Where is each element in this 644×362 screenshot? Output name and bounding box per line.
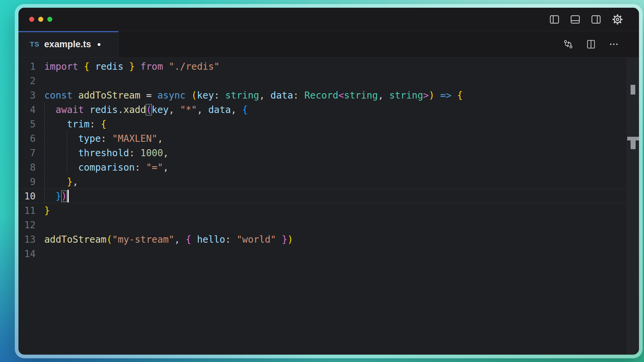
editor-window: TS example.ts ●	[18, 8, 639, 355]
code-line-8[interactable]: 8 comparison: "=",	[18, 160, 639, 174]
code-line-11[interactable]: 11}	[18, 203, 639, 218]
line-code: await redis.xadd(key, "*", data, {	[44, 103, 639, 116]
code-line-9[interactable]: 9 },	[18, 174, 639, 189]
indent-guide	[44, 131, 45, 145]
layout-sidebar-right-icon[interactable]	[591, 14, 601, 25]
line-number: 13	[18, 232, 36, 246]
line-code	[44, 218, 639, 232]
code-lines: 1import { redis } from "./redis"23const …	[18, 59, 639, 261]
indent-guide	[67, 146, 67, 160]
settings-gear-icon[interactable]	[611, 13, 624, 25]
split-editor-icon[interactable]	[586, 39, 596, 49]
code-line-12[interactable]: 12	[18, 218, 639, 232]
line-number: 12	[18, 218, 36, 232]
titlebar[interactable]	[18, 8, 639, 31]
line-number: 3	[18, 88, 36, 102]
line-number: 7	[18, 146, 36, 160]
code-line-13[interactable]: 13addToStream("my-stream", { hello: "wor…	[18, 232, 639, 246]
indent-guide	[44, 189, 45, 203]
titlebar-actions	[549, 8, 624, 31]
tab-example-ts[interactable]: TS example.ts ●	[18, 31, 119, 57]
indent-guide	[44, 160, 45, 174]
line-code: }	[44, 203, 639, 217]
code-line-2[interactable]: 2	[18, 73, 639, 88]
line-number: 2	[18, 74, 36, 87]
more-actions-icon[interactable]	[609, 39, 619, 49]
code-editor[interactable]: 1import { redis } from "./redis"23const …	[18, 58, 639, 354]
line-code	[44, 247, 639, 260]
tab-filename: example.ts	[44, 39, 91, 50]
code-line-7[interactable]: 7 threshold: 1000,	[18, 145, 639, 160]
line-code: import { redis } from "./redis"	[44, 59, 639, 73]
line-number: 8	[18, 160, 36, 174]
modified-indicator-dot[interactable]: ●	[97, 41, 101, 48]
tab-bar: TS example.ts ●	[18, 31, 639, 58]
text-cursor	[67, 190, 69, 202]
code-line-3[interactable]: 3const addToStream = async (key: string,…	[18, 88, 639, 102]
indent-guide	[44, 117, 45, 131]
minimap-scrollbar[interactable]	[627, 58, 639, 354]
minimap-mark	[631, 137, 636, 149]
line-number: 9	[18, 175, 36, 188]
indent-guide	[44, 175, 45, 188]
line-number: 10	[18, 189, 36, 203]
code-line-6[interactable]: 6 type: "MAXLEN",	[18, 131, 639, 145]
line-number: 4	[18, 103, 36, 116]
minimize-button[interactable]	[38, 17, 43, 22]
open-changes-icon[interactable]	[563, 39, 573, 49]
line-code: type: "MAXLEN",	[44, 131, 639, 145]
line-code: })	[44, 189, 639, 203]
indent-guide	[67, 160, 67, 174]
window-bezel: TS example.ts ●	[15, 4, 643, 358]
zoom-button[interactable]	[47, 17, 52, 22]
code-line-1[interactable]: 1import { redis } from "./redis"	[18, 59, 639, 73]
code-line-14[interactable]: 14	[18, 246, 639, 261]
traffic-lights	[29, 17, 52, 22]
line-number: 5	[18, 117, 36, 131]
line-number: 14	[18, 247, 36, 260]
code-line-10[interactable]: 10 })	[18, 189, 639, 203]
line-code: comparison: "=",	[44, 160, 639, 174]
line-number: 1	[18, 59, 36, 73]
minimap-mark	[631, 85, 635, 95]
indent-guide	[44, 103, 45, 116]
typescript-file-icon: TS	[30, 40, 40, 48]
line-number: 6	[18, 131, 36, 145]
tab-actions	[563, 31, 619, 57]
line-code: addToStream("my-stream", { hello: "world…	[44, 232, 639, 246]
layout-sidebar-left-icon[interactable]	[549, 14, 560, 25]
line-code: },	[44, 175, 639, 188]
code-line-4[interactable]: 4 await redis.xadd(key, "*", data, {	[18, 102, 639, 117]
indent-guide	[67, 131, 67, 145]
layout-panel-bottom-icon[interactable]	[570, 14, 581, 25]
line-code: const addToStream = async (key: string, …	[44, 88, 639, 102]
close-button[interactable]	[29, 17, 34, 22]
line-code	[44, 74, 639, 87]
line-code: threshold: 1000,	[44, 146, 639, 160]
code-line-5[interactable]: 5 trim: {	[18, 117, 639, 131]
line-number: 11	[18, 203, 36, 217]
indent-guide	[44, 146, 45, 160]
line-code: trim: {	[44, 117, 639, 131]
